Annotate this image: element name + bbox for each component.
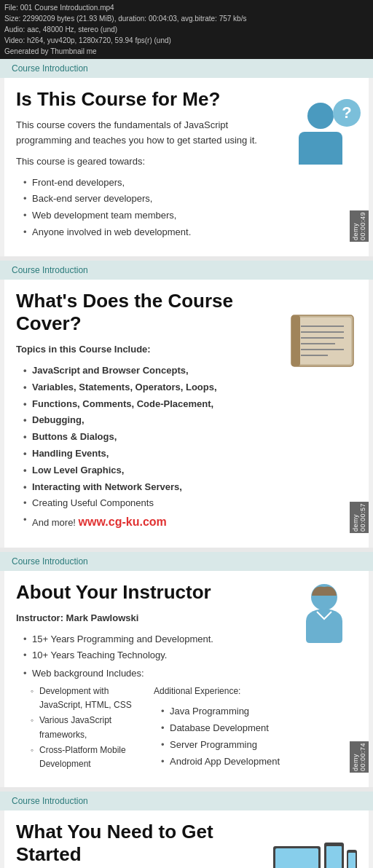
slide4-content: What You Need to Get Started To View the… bbox=[16, 821, 357, 868]
list-item: Web background Includes: bbox=[23, 666, 284, 682]
list-item: Anyone involved in web development. bbox=[23, 225, 277, 240]
slide2-intro: Topics in this Course Include: bbox=[16, 344, 151, 355]
slide3-web-item: Web background Includes: bbox=[16, 666, 284, 682]
web-bullets-col: Development with JavaScript, HTML, CSS V… bbox=[16, 684, 146, 773]
slide1-inner: Is This Course for Me? This course cover… bbox=[4, 78, 369, 256]
list-item: Various JavaScript frameworks, bbox=[31, 714, 146, 741]
svg-rect-8 bbox=[291, 315, 300, 366]
list-item: Server Programming bbox=[161, 738, 284, 753]
book-icon bbox=[288, 312, 357, 533]
file-info-line2: Size: 22990209 bytes (21.93 MiB), durati… bbox=[4, 13, 369, 24]
slide2-inner: What's Does the Course Cover? Topics in … bbox=[4, 280, 369, 548]
slide4-title: What You Need to Get Started bbox=[16, 821, 266, 866]
slide1-bullet-list: Front-end developers, Back-end server de… bbox=[16, 175, 277, 240]
svg-rect-1 bbox=[294, 317, 351, 364]
list-item: Front-end developers, bbox=[23, 175, 277, 191]
list-item: Functions, Comments, Code-Placement, bbox=[23, 397, 280, 412]
slide1-image: ? bbox=[284, 103, 357, 165]
instructor-svg bbox=[291, 581, 357, 654]
slide3-side-label: demy00:00:74 bbox=[350, 741, 369, 773]
slide3-text: About Your Instructor Instructor: Mark P… bbox=[16, 581, 284, 773]
slide1-body: This course covers the fundamentals of J… bbox=[16, 118, 277, 240]
slide1-para2: This course is geared towards: bbox=[16, 154, 277, 170]
devices-svg bbox=[273, 843, 357, 868]
slide2-title: What's Does the Course Cover? bbox=[16, 290, 280, 335]
slide2-side-label: demy00:00:57 bbox=[350, 502, 369, 533]
file-info-line3: Audio: aac, 48000 Hz, stereo (und) bbox=[4, 24, 369, 35]
slide4-inner: What You Need to Get Started To View the… bbox=[4, 810, 369, 868]
watermark-text: www.cg-ku.com bbox=[79, 516, 167, 528]
question-bubble: ? bbox=[333, 99, 361, 127]
slide4-header: Course Introduction bbox=[0, 792, 373, 810]
list-item: Buttons & Dialogs, bbox=[23, 430, 280, 445]
slide2-header: Course Introduction bbox=[0, 261, 373, 280]
list-item: Back-end server developers, bbox=[23, 192, 277, 207]
list-item: Handling Events, bbox=[23, 446, 280, 462]
list-item: 10+ Years Teaching Technology. bbox=[23, 648, 284, 663]
slide-3: Course Introduction About Your Instructo… bbox=[0, 552, 373, 788]
devices-icon bbox=[273, 843, 357, 868]
slide-1: Course Introduction Is This Course for M… bbox=[0, 59, 373, 256]
slide3-web-bullets: Development with JavaScript, HTML, CSS V… bbox=[16, 684, 146, 771]
list-item: And more! www.cg-ku.com bbox=[23, 513, 280, 532]
list-item: Low Level Graphics, bbox=[23, 463, 280, 478]
file-info-line5: Generated by Thumbnail me bbox=[4, 46, 369, 57]
list-item: Android App Development bbox=[161, 754, 284, 770]
list-item: 15+ Years Programming and Development. bbox=[23, 632, 284, 647]
list-item: Creating Useful Components bbox=[23, 496, 280, 511]
two-col-experience: Development with JavaScript, HTML, CSS V… bbox=[16, 684, 284, 773]
additional-bullets-col: Additional Experience: Java Programming … bbox=[154, 684, 284, 773]
file-info-line1: File: 001 Course Introduction.mp4 bbox=[4, 2, 369, 13]
slide3-title: About Your Instructor bbox=[16, 581, 284, 604]
slide3-inner: About Your Instructor Instructor: Mark P… bbox=[4, 571, 369, 788]
person-head bbox=[307, 103, 334, 129]
slide-2: Course Introduction What's Does the Cour… bbox=[0, 261, 373, 548]
slide-4: Course Introduction What You Need to Get… bbox=[0, 792, 373, 868]
slide3-main-bullets: 15+ Years Programming and Development. 1… bbox=[16, 632, 284, 664]
list-item: Cross-Platform Mobile Development bbox=[31, 743, 146, 771]
top-bar: File: 001 Course Introduction.mp4 Size: … bbox=[0, 0, 373, 59]
slide3-content: About Your Instructor Instructor: Mark P… bbox=[16, 581, 357, 773]
instructor-icon bbox=[291, 581, 357, 773]
slide4-text: What You Need to Get Started To View the… bbox=[16, 821, 266, 868]
slide1-content: Is This Course for Me? This course cover… bbox=[16, 88, 357, 242]
svg-rect-23 bbox=[275, 848, 318, 868]
list-item: JavaScript and Browser Concepts, bbox=[23, 363, 280, 379]
list-item: Debugging, bbox=[23, 413, 280, 428]
slide2-content: What's Does the Course Cover? Topics in … bbox=[16, 290, 357, 533]
file-info-line4: Video: h264, yuv420p, 1280x720, 59.94 fp… bbox=[4, 35, 369, 46]
slide2-body: Topics in this Course Include: JavaScrip… bbox=[16, 342, 280, 532]
list-item: Development with JavaScript, HTML, CSS bbox=[31, 684, 146, 712]
slide1-title: Is This Course for Me? bbox=[16, 88, 277, 111]
slide1-side-label: demy00:00:49 bbox=[350, 210, 369, 242]
slide2-bullet-list: JavaScript and Browser Concepts, Variabl… bbox=[16, 363, 280, 532]
svg-rect-30 bbox=[348, 853, 356, 868]
list-item: Web development team members, bbox=[23, 208, 277, 224]
list-item: Java Programming bbox=[161, 704, 284, 719]
list-item: Interacting with Network Servers, bbox=[23, 480, 280, 495]
person-body bbox=[299, 132, 342, 165]
book-svg bbox=[288, 312, 357, 370]
person-question-icon: ? bbox=[284, 103, 357, 165]
slide3-body: Instructor: Mark Pawlowski 15+ Years Pro… bbox=[16, 611, 284, 773]
svg-rect-27 bbox=[326, 846, 342, 868]
list-item: Variables, Statements, Operators, Loops, bbox=[23, 380, 280, 395]
slide3-additional-bullets: Java Programming Database Development Se… bbox=[154, 704, 284, 769]
slide3-header: Course Introduction bbox=[0, 552, 373, 571]
slide1-para1: This course covers the fundamentals of J… bbox=[16, 118, 277, 149]
list-item: Database Development bbox=[161, 721, 284, 736]
slide1-header: Course Introduction bbox=[0, 59, 373, 78]
instructor-label: Instructor: Mark Pawlowski bbox=[16, 612, 138, 623]
slide1-text: Is This Course for Me? This course cover… bbox=[16, 88, 277, 242]
slide2-text: What's Does the Course Cover? Topics in … bbox=[16, 290, 280, 533]
additional-label: Additional Experience: bbox=[154, 684, 284, 698]
